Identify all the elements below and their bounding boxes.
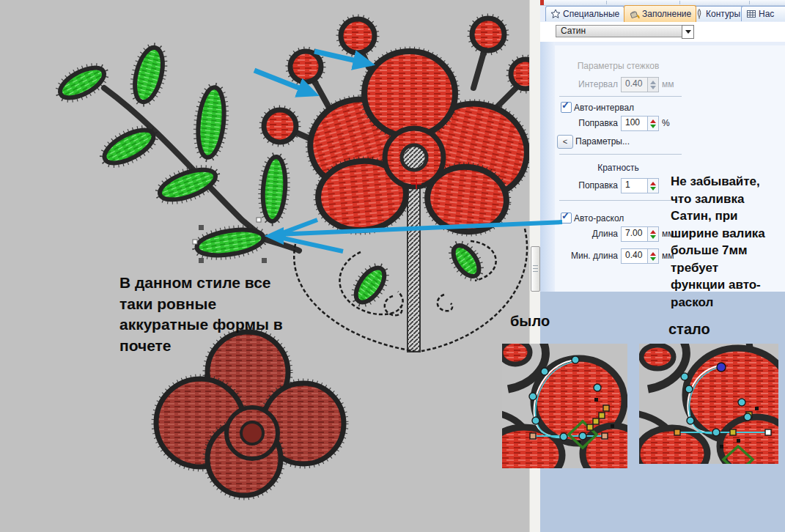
panel-annotation: Не забывайте, что заливка Сатин, при шир… <box>671 173 785 311</box>
design-canvas[interactable]: .fz{fill:none;stroke:#262626;stroke-widt… <box>0 0 529 532</box>
separator <box>559 200 682 201</box>
min-length-spinner[interactable]: 0.40 <box>621 248 659 264</box>
leaf-branch <box>56 45 299 259</box>
interval-unit: мм <box>662 79 674 89</box>
length-spinner[interactable]: 7.00 <box>621 226 659 242</box>
tab-contours[interactable]: Контуры <box>690 6 745 21</box>
toolbar-fragment <box>540 0 544 5</box>
interval-spinner[interactable]: 0.40 <box>621 77 659 92</box>
grid-icon <box>746 9 756 19</box>
before-image <box>502 344 627 468</box>
selected-node <box>717 363 726 372</box>
parameters-button[interactable]: Параметры... <box>575 135 630 149</box>
checkmark-icon: ✓ <box>561 210 570 221</box>
min-length-label: Мин. длина <box>555 251 618 261</box>
after-image <box>639 344 778 464</box>
separator <box>559 96 682 97</box>
correction-spinner[interactable]: 100 <box>621 116 659 131</box>
panel-tab-bar: Специальные Заполнение Контуры <box>540 5 785 22</box>
interval-label: Интервал <box>555 79 618 89</box>
spinner-arrows-icon[interactable] <box>647 78 658 92</box>
dark-red-flower <box>156 332 344 495</box>
separator <box>559 154 682 155</box>
correction-label: Поправка <box>555 118 618 128</box>
multiplicity-correction-label: Поправка <box>555 180 618 191</box>
scrollbar-thumb[interactable] <box>531 246 540 292</box>
fill-type-dropdown[interactable]: Сатин <box>556 25 685 37</box>
tab-fill[interactable]: Заполнение <box>624 5 696 22</box>
canvas-annotation: В данном стиле все таки ровные аккуратны… <box>119 273 295 356</box>
chevron-down-icon <box>685 30 691 34</box>
multiplicity-title: Кратность <box>555 163 682 173</box>
spinner-arrows-icon[interactable] <box>647 249 658 263</box>
auto-interval-checkbox[interactable]: ✓ <box>561 102 572 113</box>
checkmark-icon: ✓ <box>561 100 570 111</box>
dropdown-arrow-button[interactable] <box>682 25 694 39</box>
spinner-arrows-icon[interactable] <box>647 227 658 241</box>
correction-unit: % <box>662 118 670 128</box>
multiplicity-correction-spinner[interactable]: 1 <box>621 178 659 193</box>
selected-leaf[interactable] <box>195 226 265 259</box>
after-label: стало <box>668 321 710 338</box>
before-label: было <box>510 313 550 330</box>
paint-bucket-icon <box>629 9 640 19</box>
tab-special[interactable]: Специальные <box>545 6 624 21</box>
length-label: Длина <box>555 229 618 239</box>
tab-settings[interactable]: Нас <box>741 6 785 21</box>
star-icon <box>550 9 561 19</box>
spinner-arrows-icon[interactable] <box>647 179 658 193</box>
auto-split-checkbox[interactable]: ✓ <box>561 213 572 223</box>
collapse-button[interactable]: < <box>557 135 573 149</box>
stitch-params-title: Параметры стежков <box>555 61 682 71</box>
auto-interval-label: Авто-интервал <box>574 103 634 113</box>
fill-type-row: Сатин <box>540 22 785 42</box>
embroidery-artwork: .fz{fill:none;stroke:#262626;stroke-widt… <box>0 0 529 532</box>
auto-split-label: Авто-раскол <box>574 213 624 223</box>
spinner-arrows-icon[interactable] <box>647 117 658 130</box>
